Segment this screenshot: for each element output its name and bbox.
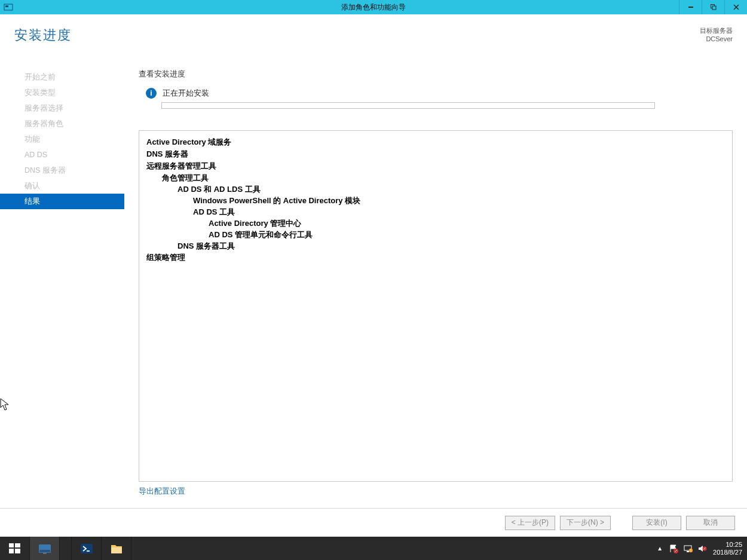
wizard-sidebar: 开始之前 安装类型 服务器选择 服务器角色 功能 AD DS DNS 服务器 确… bbox=[0, 59, 124, 508]
result-role-admin-tools: 角色管理工具 bbox=[162, 173, 725, 183]
svg-rect-10 bbox=[15, 549, 20, 553]
svg-rect-13 bbox=[43, 553, 47, 554]
server-manager-taskbar-icon[interactable] bbox=[30, 537, 60, 560]
result-remote-admin-tools: 远程服务器管理工具 bbox=[146, 161, 725, 172]
window-controls bbox=[679, 0, 747, 14]
taskbar: ▲ ! 10:25 2018/8/27 bbox=[0, 537, 747, 560]
cancel-button[interactable]: 取消 bbox=[686, 516, 735, 530]
result-ad-ds-domain-services: Active Directory 域服务 bbox=[146, 137, 725, 148]
result-dns-server-tools: DNS 服务器工具 bbox=[177, 241, 725, 252]
wizard-body: 开始之前 安装类型 服务器选择 服务器角色 功能 AD DS DNS 服务器 确… bbox=[0, 59, 747, 508]
volume-icon[interactable] bbox=[697, 544, 707, 553]
install-results-box: Active Directory 域服务 DNS 服务器 远程服务器管理工具 角… bbox=[139, 130, 733, 482]
start-button[interactable] bbox=[0, 537, 30, 560]
svg-rect-12 bbox=[39, 550, 50, 552]
svg-rect-20 bbox=[687, 551, 689, 552]
window-title: 添加角色和功能向导 bbox=[341, 2, 406, 13]
tray-icons: ! bbox=[669, 544, 707, 553]
progress-bar bbox=[161, 102, 655, 109]
target-server-box: 目标服务器 DCSever bbox=[700, 26, 733, 43]
step-dns-server: DNS 服务器 bbox=[0, 163, 124, 178]
tray-date: 2018/8/27 bbox=[713, 549, 742, 556]
explorer-taskbar-icon[interactable] bbox=[102, 537, 131, 560]
next-button[interactable]: 下一步(N) > bbox=[560, 516, 611, 530]
step-ad-ds: AD DS bbox=[0, 147, 124, 163]
step-confirmation: 确认 bbox=[0, 178, 124, 194]
svg-rect-7 bbox=[9, 543, 14, 547]
info-icon: i bbox=[146, 88, 157, 99]
wizard-button-bar: < 上一步(P) 下一步(N) > 安装(I) 取消 bbox=[0, 508, 747, 537]
svg-rect-16 bbox=[111, 547, 122, 553]
result-group-policy-mgmt: 组策略管理 bbox=[146, 252, 725, 263]
target-server-label: 目标服务器 bbox=[700, 26, 733, 35]
install-button[interactable]: 安装(I) bbox=[632, 516, 681, 530]
maximize-button[interactable] bbox=[702, 0, 724, 14]
step-features: 功能 bbox=[0, 131, 124, 147]
result-ps-ad-module: Windows PowerShell 的 Active Directory 模块 bbox=[193, 195, 725, 206]
tray-clock[interactable]: 10:25 2018/8/27 bbox=[713, 541, 742, 556]
wizard-content: 查看安装进度 i 正在开始安装 Active Directory 域服务 DNS… bbox=[124, 59, 747, 508]
flag-icon[interactable] bbox=[669, 544, 678, 553]
tray-time: 10:25 bbox=[713, 541, 742, 549]
svg-text:!: ! bbox=[690, 549, 691, 552]
app-icon bbox=[2, 1, 14, 13]
svg-rect-9 bbox=[9, 549, 14, 553]
network-icon[interactable]: ! bbox=[683, 544, 693, 553]
step-server-selection: 服务器选择 bbox=[0, 100, 124, 116]
svg-rect-4 bbox=[712, 6, 716, 10]
target-server-name: DCSever bbox=[700, 35, 733, 43]
result-ad-admin-center: Active Directory 管理中心 bbox=[209, 218, 725, 229]
step-results: 结果 bbox=[0, 194, 124, 209]
close-button[interactable] bbox=[724, 0, 747, 14]
taskbar-divider bbox=[60, 537, 72, 560]
svg-rect-8 bbox=[15, 543, 20, 547]
step-install-type: 安装类型 bbox=[0, 85, 124, 100]
wizard-header: 安装进度 目标服务器 DCSever bbox=[0, 14, 747, 59]
export-config-link[interactable]: 导出配置设置 bbox=[139, 486, 185, 497]
status-text: 正在开始安装 bbox=[163, 88, 209, 99]
status-row: i 正在开始安装 bbox=[146, 88, 733, 99]
prev-button[interactable]: < 上一步(P) bbox=[505, 516, 555, 530]
step-before-you-begin: 开始之前 bbox=[0, 69, 124, 85]
page-title: 安装进度 bbox=[14, 26, 72, 44]
minimize-button[interactable] bbox=[679, 0, 702, 14]
tray-chevron-icon[interactable]: ▲ bbox=[657, 545, 663, 552]
result-adds-adlds-tools: AD DS 和 AD LDS 工具 bbox=[177, 184, 725, 195]
step-server-roles: 服务器角色 bbox=[0, 116, 124, 131]
result-adds-tools: AD DS 工具 bbox=[193, 207, 725, 218]
result-dns-server: DNS 服务器 bbox=[146, 149, 725, 160]
title-bar: 添加角色和功能向导 bbox=[0, 0, 747, 14]
result-adds-snapins: AD DS 管理单元和命令行工具 bbox=[209, 229, 725, 240]
svg-rect-1 bbox=[5, 5, 8, 7]
powershell-taskbar-icon[interactable] bbox=[72, 537, 102, 560]
progress-section-label: 查看安装进度 bbox=[139, 69, 733, 79]
system-tray: ▲ ! 10:25 2018/8/27 bbox=[657, 537, 747, 560]
